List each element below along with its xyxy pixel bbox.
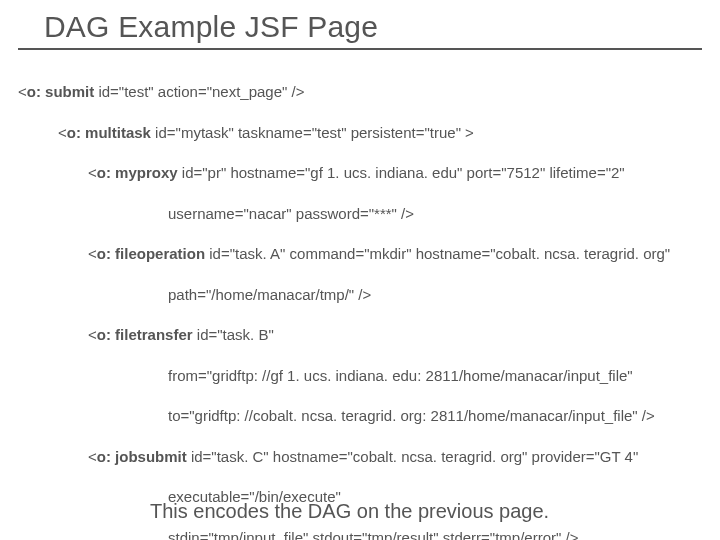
code-line: from="gridftp: //gf 1. ucs. indiana. edu… [18, 366, 702, 386]
code-line: stdin="tmp/input_file" stdout="tmp/resul… [18, 528, 702, 540]
code-line: <o: filetransfer id="task. B" [18, 325, 702, 345]
footer-note: This encodes the DAG on the previous pag… [150, 500, 549, 523]
slide-title: DAG Example JSF Page [44, 10, 378, 44]
code-line: path="/home/manacar/tmp/" /> [18, 285, 702, 305]
code-line: <o: jobsubmit id="task. C" hostname="cob… [18, 447, 702, 467]
code-line: username="nacar" password="***" /> [18, 204, 702, 224]
code-block: <o: submit id="test" action="next_page" … [18, 62, 702, 540]
code-line: <o: submit id="test" action="next_page" … [18, 82, 702, 102]
code-line: <o: multitask id="mytask" taskname="test… [18, 123, 702, 143]
code-line: to="gridftp: //cobalt. ncsa. teragrid. o… [18, 406, 702, 426]
code-line: <o: fileoperation id="task. A" command="… [18, 244, 702, 264]
code-line: <o: myproxy id="pr" hostname="gf 1. ucs.… [18, 163, 702, 183]
slide: DAG Example JSF Page <o: submit id="test… [0, 0, 720, 540]
title-underline [18, 48, 702, 50]
